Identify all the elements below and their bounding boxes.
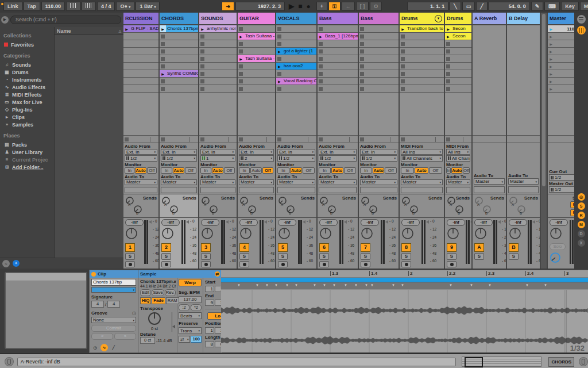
monitor-auto-button[interactable]: Auto bbox=[173, 167, 184, 174]
clip-slot[interactable]: ▶Chords 137bpm bbox=[160, 25, 198, 33]
clip-slot-empty[interactable] bbox=[238, 85, 275, 93]
clip-slot-empty[interactable] bbox=[318, 63, 358, 70]
crossfader-toggle-icon[interactable]: X bbox=[578, 239, 585, 247]
arm-record-button[interactable] bbox=[161, 261, 171, 267]
clip-slot-empty[interactable] bbox=[123, 55, 158, 63]
clip-slot[interactable]: ▶Secon bbox=[445, 33, 471, 40]
clip-stop-icon[interactable] bbox=[319, 49, 323, 53]
pan-knob[interactable] bbox=[161, 227, 174, 242]
track-volume-field[interactable]: -Inf bbox=[474, 219, 493, 226]
clip-stop-icon[interactable] bbox=[161, 64, 165, 68]
clip-slot-empty[interactable] bbox=[359, 63, 399, 70]
monitor-auto-button[interactable]: Auto bbox=[135, 167, 146, 174]
warp-marker-icon[interactable]: ▼ bbox=[237, 283, 241, 287]
clip-slot-empty[interactable] bbox=[359, 78, 399, 85]
master-solo-button[interactable]: Solo bbox=[550, 243, 566, 250]
clip-stop-icon[interactable] bbox=[200, 49, 204, 53]
track-delay-field[interactable] bbox=[360, 187, 397, 193]
clip-slot-empty[interactable] bbox=[445, 55, 471, 63]
clip-slot-empty[interactable] bbox=[160, 48, 198, 55]
track-volume-field[interactable]: -Inf bbox=[361, 219, 379, 226]
clip-slot[interactable]: ▶Bass_1 [126bpm bbox=[318, 33, 358, 40]
packs-download-icon[interactable]: ✦ bbox=[13, 260, 20, 267]
output-type-select[interactable]: Master▾ bbox=[277, 179, 315, 185]
clip-slot-empty[interactable] bbox=[445, 70, 471, 78]
clip-stop-icon[interactable] bbox=[319, 27, 323, 31]
clip-slot-empty[interactable] bbox=[123, 78, 158, 85]
track-header[interactable]: VOCALS bbox=[276, 13, 316, 25]
clip-stop-icon[interactable] bbox=[277, 87, 281, 91]
preserve-select[interactable]: Trans▾ bbox=[179, 327, 202, 334]
loop-button[interactable]: ▭ bbox=[462, 2, 475, 11]
midi-map-button[interactable]: MIDI bbox=[580, 2, 588, 11]
volume-slider-handle[interactable] bbox=[385, 220, 388, 224]
time-signature-field[interactable]: 4 / 4 bbox=[97, 2, 115, 11]
clip-slot-empty[interactable] bbox=[359, 85, 399, 93]
clip-slot-empty[interactable] bbox=[123, 63, 158, 70]
clip-stop-icon[interactable] bbox=[319, 42, 323, 46]
arm-record-button[interactable] bbox=[361, 261, 370, 267]
track-activator-button[interactable]: B bbox=[509, 243, 519, 252]
clip-slot-empty[interactable] bbox=[445, 48, 471, 55]
draw-mode-button[interactable]: ✎ bbox=[531, 2, 544, 11]
output-type-select[interactable]: Master▾ bbox=[508, 178, 539, 185]
warp-marker-icon[interactable]: ▼ bbox=[525, 283, 529, 287]
monitor-off-button[interactable]: Off bbox=[463, 167, 470, 174]
volume-slider-handle[interactable] bbox=[264, 220, 267, 224]
input-channel-select[interactable]: 1/2▾ bbox=[125, 155, 157, 161]
monitor-in-button[interactable]: In bbox=[401, 167, 414, 174]
stop-all-track-clips-button[interactable] bbox=[319, 137, 323, 141]
master-volume-field[interactable]: -Inf bbox=[550, 219, 568, 226]
hiq-button[interactable]: HiQ bbox=[140, 297, 151, 304]
mixer-toggle-icon[interactable]: M bbox=[578, 221, 585, 228]
warp-mode-select[interactable]: Beats▾ bbox=[179, 312, 202, 319]
sidebar-item-max-for-live[interactable]: ▭Max for Live bbox=[3, 98, 54, 106]
clip-slot-empty[interactable] bbox=[199, 70, 237, 78]
scene-play-icon[interactable]: ▶ bbox=[548, 27, 554, 31]
monitor-off-button[interactable]: Off bbox=[303, 167, 315, 174]
clip-stop-icon[interactable] bbox=[277, 27, 281, 31]
clip-play-icon[interactable]: ▶ bbox=[276, 63, 283, 70]
clip-slot-empty[interactable] bbox=[199, 85, 237, 93]
clip-play-icon[interactable]: ▶ bbox=[276, 48, 283, 55]
track-delay-field[interactable] bbox=[401, 187, 443, 193]
clip-slot-empty[interactable] bbox=[359, 55, 399, 63]
monitor-auto-button[interactable]: Auto bbox=[451, 167, 462, 174]
clip-slot-empty[interactable] bbox=[199, 40, 237, 48]
track-delay-field[interactable] bbox=[200, 187, 235, 193]
clip-slot-empty[interactable] bbox=[359, 25, 399, 33]
clip-stop-icon[interactable] bbox=[161, 34, 165, 39]
warp-marker-icon[interactable]: ▼ bbox=[274, 283, 278, 287]
clip-play-icon[interactable]: ▶ bbox=[318, 33, 324, 40]
scene-play-icon[interactable]: ▶ bbox=[548, 64, 554, 68]
pan-knob[interactable] bbox=[319, 227, 332, 242]
scene-play-icon[interactable]: ▶ bbox=[548, 57, 554, 61]
clip-slot[interactable]: ▶Tash Sultana - g bbox=[238, 33, 275, 40]
warp-button[interactable]: Warp bbox=[179, 279, 202, 286]
overview-selection[interactable] bbox=[465, 357, 483, 367]
double-tempo-button[interactable]: *2 bbox=[191, 304, 202, 311]
track-delay-field[interactable] bbox=[474, 186, 505, 193]
track-delay-field[interactable] bbox=[319, 187, 357, 193]
warp-marker-icon[interactable]: ▼ bbox=[265, 283, 269, 287]
volume-slider-handle[interactable] bbox=[149, 220, 152, 224]
clip-slot-empty[interactable] bbox=[276, 55, 316, 63]
follow-button[interactable]: ➜ bbox=[222, 2, 234, 11]
warp-marker-icon[interactable]: ▼ bbox=[354, 283, 358, 287]
link-button[interactable]: Link bbox=[3, 2, 22, 11]
clip-stop-icon[interactable] bbox=[401, 79, 405, 83]
track-header[interactable]: Bass bbox=[359, 13, 399, 25]
info-toggle-icon[interactable] bbox=[5, 357, 14, 366]
clip-slot-empty[interactable] bbox=[400, 70, 444, 78]
stop-button[interactable]: ■ bbox=[298, 2, 302, 10]
input-channel-select[interactable]: 1/2▾ bbox=[360, 155, 397, 161]
clip-play-icon[interactable]: ▶ bbox=[445, 25, 451, 32]
fade-button[interactable]: Fade bbox=[152, 297, 165, 304]
clip-slot-empty[interactable] bbox=[400, 33, 444, 40]
track-delay-field[interactable] bbox=[508, 186, 539, 193]
track-activator-button[interactable]: 3 bbox=[201, 243, 211, 252]
clip-stop-icon[interactable] bbox=[360, 79, 364, 83]
clip-slot-empty[interactable] bbox=[199, 55, 237, 63]
input-channel-select[interactable]: All Channels▾ bbox=[446, 155, 470, 161]
clip-stop-icon[interactable] bbox=[239, 79, 243, 83]
